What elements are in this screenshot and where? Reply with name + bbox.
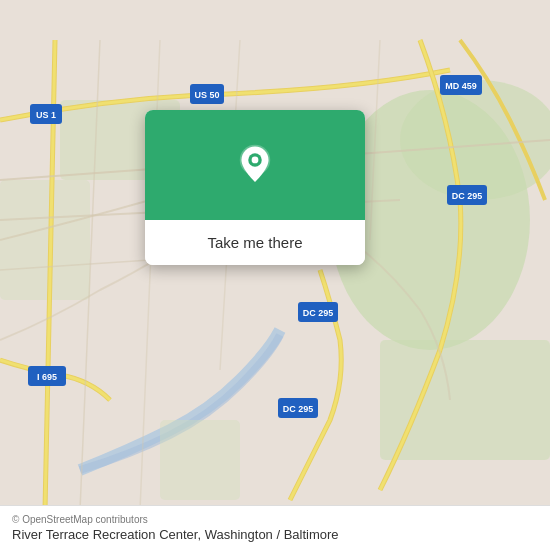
svg-text:US 50: US 50: [194, 90, 219, 100]
svg-rect-4: [0, 180, 90, 300]
location-title: River Terrace Recreation Center, Washing…: [12, 527, 538, 542]
svg-rect-5: [380, 340, 550, 460]
bottom-bar: © OpenStreetMap contributors River Terra…: [0, 505, 550, 550]
location-pin-icon: [233, 143, 277, 187]
svg-text:US 1: US 1: [36, 110, 56, 120]
svg-text:DC 295: DC 295: [303, 308, 334, 318]
svg-point-32: [252, 157, 259, 164]
svg-text:MD 459: MD 459: [445, 81, 477, 91]
svg-text:I 695: I 695: [37, 372, 57, 382]
popup-green-area: [145, 110, 365, 220]
popup-card: Take me there: [145, 110, 365, 265]
map-container: US 1 US 50 MD 459 DC 295 DC 295 DC 295 I…: [0, 0, 550, 550]
take-me-there-button[interactable]: Take me there: [145, 220, 365, 265]
copyright-text: © OpenStreetMap contributors: [12, 514, 538, 525]
svg-rect-6: [160, 420, 240, 500]
svg-text:DC 295: DC 295: [452, 191, 483, 201]
map-svg: US 1 US 50 MD 459 DC 295 DC 295 DC 295 I…: [0, 0, 550, 550]
svg-text:DC 295: DC 295: [283, 404, 314, 414]
